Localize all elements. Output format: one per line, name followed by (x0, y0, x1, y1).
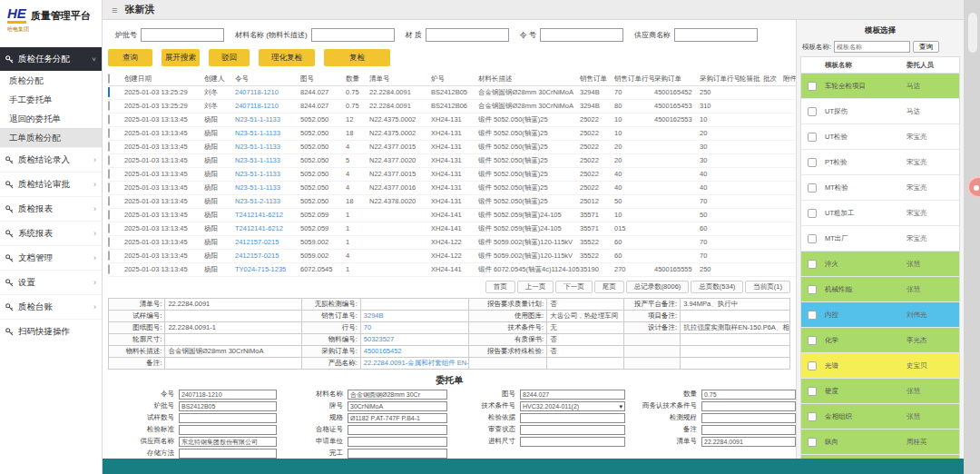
form-input[interactable] (701, 425, 796, 435)
form-select[interactable]: 8244.027 (520, 390, 625, 400)
hamburger-icon[interactable]: ≡ (112, 5, 117, 15)
template-person[interactable]: 宋宝亮 (906, 133, 959, 142)
sidebar-sub-item[interactable]: 手工委托单 (0, 90, 102, 109)
template-row[interactable]: UT检验 宋宝亮 (801, 124, 959, 150)
form-input[interactable] (348, 437, 447, 447)
form-input[interactable] (701, 413, 796, 423)
template-row[interactable]: PT检验 宋宝亮 (801, 150, 959, 175)
cell-order-no-link[interactable]: N23-51-1-1133 (235, 126, 300, 140)
template-row[interactable]: UT粗加工 宋宝亮 (801, 201, 959, 226)
filter-input[interactable] (674, 28, 758, 42)
form-input[interactable]: 2407118-1210 (179, 390, 277, 400)
template-row-checkbox[interactable] (808, 361, 817, 370)
table-row[interactable]: 2025-01-03 13:25:29 刘冬 2407118-1210 8244… (108, 85, 796, 99)
template-row[interactable]: UT探伤 马达 (801, 99, 959, 124)
form-input[interactable]: 30CrNiMoA (348, 401, 447, 411)
row-checkbox[interactable] (108, 223, 110, 233)
template-person[interactable]: 宋宝亮 (906, 183, 959, 193)
template-row[interactable]: 内控 刘伟光 (801, 302, 959, 328)
sidebar-sub-item[interactable]: 质检分配 (0, 71, 102, 90)
template-row-checkbox[interactable] (808, 209, 817, 218)
template-row-checkbox[interactable] (808, 336, 817, 345)
template-person[interactable]: 宋宝亮 (906, 209, 959, 218)
template-row[interactable]: 硬度 张慧 (801, 379, 959, 404)
toolbar-button[interactable]: 复检 (324, 49, 390, 66)
template-person[interactable]: 刘伟光 (906, 311, 959, 320)
template-row-checkbox[interactable] (808, 158, 817, 167)
template-search-button[interactable]: 查询 (913, 41, 939, 53)
filter-input[interactable] (540, 28, 623, 42)
template-person[interactable]: 张慧 (906, 260, 959, 269)
table-row[interactable]: 2025-01-03 13:13:45 杨阳 T2412141-6212 505… (108, 222, 796, 235)
table-row[interactable]: 2025-01-03 13:13:45 杨阳 N23-51-1-1133 505… (108, 167, 796, 181)
template-person[interactable]: 马达 (906, 107, 959, 116)
cell-order-no-link[interactable]: TY024-715-1235 (235, 262, 300, 276)
cell-order-no-link[interactable]: 2412157-0215 (235, 249, 300, 262)
form-input[interactable] (348, 425, 447, 435)
cell-order-no-link[interactable]: 2407118-1210 (235, 85, 300, 99)
template-row-checkbox[interactable] (808, 234, 817, 243)
form-select[interactable] (520, 437, 625, 447)
form-input[interactable]: BS2412B05 (179, 401, 277, 411)
template-person[interactable]: 李光杰 (906, 336, 959, 345)
template-person[interactable]: 张慧 (906, 387, 959, 396)
sidebar-item-task-assign[interactable]: 质检任务分配 ˅ (0, 47, 102, 71)
toolbar-button[interactable]: 理化复检 (259, 49, 315, 66)
template-row-checkbox[interactable] (808, 311, 817, 320)
toolbar-button[interactable]: 查询 (108, 49, 152, 66)
table-row[interactable]: 2025-01-03 13:13:45 杨阳 N23-51-1-1133 505… (108, 113, 796, 126)
sidebar-sub-item[interactable]: 工单质检分配 (0, 128, 102, 147)
template-person[interactable]: 周桂英 (906, 438, 959, 447)
template-row[interactable]: MT检验 宋宝亮 (801, 175, 959, 201)
page-scrollbar-thumb[interactable] (968, 13, 977, 53)
form-input[interactable] (179, 413, 277, 423)
table-row[interactable]: 2025-01-03 13:13:45 杨阳 N23-51-1-1133 505… (108, 153, 796, 167)
template-row-checkbox[interactable] (808, 260, 817, 269)
cell-order-no-link[interactable]: N23-51-1-1133 (235, 113, 300, 126)
sidebar-section-item[interactable]: 质检台账 › (0, 294, 102, 319)
template-row[interactable]: 车轮全检项目 马达 (801, 74, 959, 99)
template-person[interactable]: 张慧 (906, 285, 959, 294)
cell-order-no-link[interactable]: N23-51-1-1133 (235, 153, 300, 167)
row-checkbox[interactable] (108, 114, 110, 124)
form-input[interactable]: 东北特钢集团股份有限公司 (179, 437, 277, 447)
form-select[interactable]: HVC32.2024-011(2)▾ (520, 401, 625, 411)
cell-order-no-link[interactable]: 2412157-0215 (235, 235, 300, 249)
sidebar-section-item[interactable]: 质检报表 › (0, 196, 102, 221)
pagination-button[interactable]: 总记录数(8006) (626, 281, 690, 293)
template-person[interactable]: 史宝贝 (906, 361, 959, 370)
row-checkbox[interactable] (108, 210, 110, 220)
cell-order-no-link[interactable]: T2412141-6212 (235, 222, 300, 235)
pagination-button[interactable]: 总页数(534) (691, 281, 743, 293)
template-row[interactable]: 纵向 周桂英 (801, 430, 959, 455)
template-person[interactable]: 宋宝亮 (906, 234, 959, 243)
template-row-checkbox[interactable] (808, 133, 817, 142)
form-select[interactable] (520, 425, 625, 435)
cell-order-no-link[interactable]: 2407118-1210 (235, 99, 300, 113)
sidebar-section-item[interactable]: 扫码快捷操作 (0, 319, 102, 343)
template-row[interactable]: 化学 李光杰 (801, 328, 959, 353)
template-person[interactable]: 马达 (906, 82, 959, 91)
row-checkbox[interactable] (108, 264, 110, 274)
template-person[interactable]: 宋宝亮 (906, 158, 959, 167)
template-row-checkbox[interactable] (808, 82, 817, 91)
template-row-checkbox[interactable] (808, 183, 817, 193)
template-row-checkbox[interactable] (808, 387, 817, 396)
filter-input[interactable] (426, 28, 509, 42)
form-input[interactable] (179, 425, 277, 435)
pagination-button[interactable]: 上一页 (517, 281, 554, 293)
template-row[interactable]: MT出厂 宋宝亮 (801, 226, 959, 252)
pagination-button[interactable]: 下一页 (555, 281, 593, 293)
row-checkbox[interactable] (108, 196, 110, 206)
page-scrollbar-track[interactable] (964, 0, 980, 474)
row-checkbox[interactable] (108, 169, 110, 179)
pagination-button[interactable]: 尾页 (594, 281, 624, 293)
table-row[interactable]: 2025-01-03 13:13:45 杨阳 2412157-0215 5059… (108, 235, 796, 249)
current-user-name[interactable]: 张新洪 (124, 3, 154, 16)
sidebar-section-item[interactable]: 质检结论审批 › (0, 172, 102, 196)
table-row[interactable]: 2025-01-03 13:13:45 杨阳 N23-51-2-1133 505… (108, 194, 796, 208)
select-all-checkbox[interactable] (108, 74, 110, 84)
filter-input[interactable] (141, 28, 224, 42)
toolbar-button[interactable]: 驳回 (209, 49, 250, 66)
template-person[interactable]: 张慧 (906, 412, 959, 421)
